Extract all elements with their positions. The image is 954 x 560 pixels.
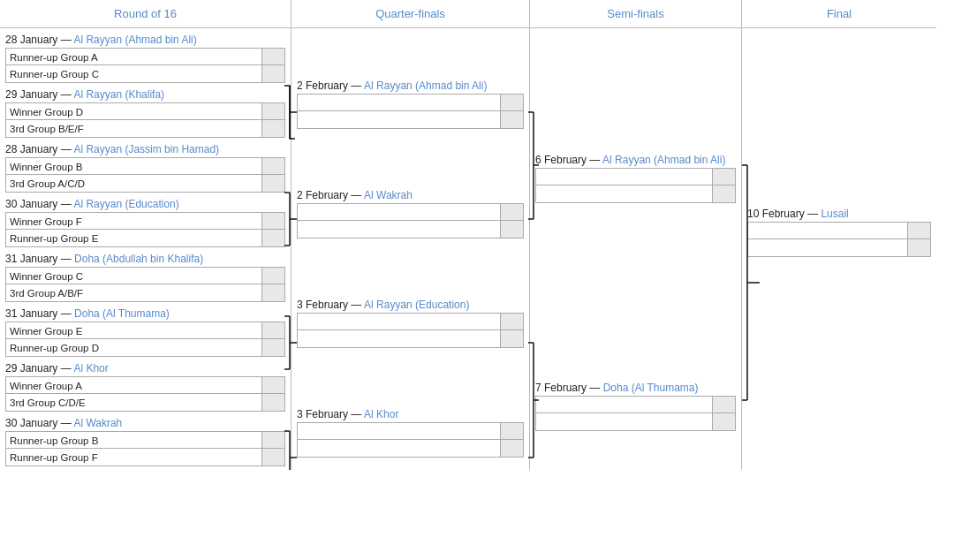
qf-match3-date: 3 February — Al Rayyan (Education) — [297, 299, 524, 311]
r16-m4-t2-score — [261, 230, 284, 246]
qf-m1-t1 — [297, 94, 524, 111]
sf-m1-t1-score — [712, 169, 735, 185]
r16-match3: Winner Group B 3rd Group A/C/D — [5, 157, 285, 193]
r16-m5-t2: 3rd Group A/B/F — [5, 284, 285, 302]
r16-match5: Winner Group C 3rd Group A/B/F — [5, 267, 285, 302]
qf-m3-t2 — [297, 330, 524, 348]
sf-body: 6 February — Al Rayyan (Ahmad bin Ali) 7… — [530, 28, 741, 470]
qf-m2-t1-score — [500, 204, 523, 220]
qf-match1 — [297, 94, 524, 129]
r16-m4-t1-score — [261, 213, 284, 229]
r16-m7-t2: 3rd Group C/D/E — [5, 394, 285, 412]
qf-m2-t2 — [297, 221, 524, 238]
sf-header: Semi-finals — [530, 0, 741, 28]
qf-m1-t2 — [297, 111, 524, 129]
qf-match3-venue[interactable]: Al Rayyan (Education) — [364, 299, 469, 311]
r16-m3-t2: 3rd Group A/C/D — [5, 175, 285, 193]
qf-m3-t1-score — [500, 314, 523, 329]
fn-m-t2-score — [907, 239, 930, 256]
final: Final 10 February — Lusail — [742, 0, 936, 470]
sf-match2-date: 7 February — Doha (Al Thumama) — [535, 382, 736, 394]
qf-spacer4 — [297, 348, 524, 403]
fn-header: Final — [742, 0, 936, 28]
r16-match4-venue[interactable]: Al Rayyan (Education) — [73, 198, 178, 210]
qf-match2-venue[interactable]: Al Wakrah — [364, 189, 413, 201]
r16-match7-date: 29 January — Al Khor — [5, 362, 285, 375]
r16-m2-t2-score — [261, 120, 284, 137]
r16-match2-date: 29 January — Al Rayyan (Khalifa) — [5, 88, 285, 101]
r16-m8-t1: Runner-up Group B — [5, 431, 285, 449]
qf-match4 — [297, 422, 524, 458]
r16-m1-t2: Runner-up Group C — [5, 65, 285, 83]
r16-m7-t1: Winner Group A — [5, 376, 285, 394]
qf-match3 — [297, 313, 524, 348]
sf-m2-t1 — [535, 396, 736, 413]
r16-m5-t2-score — [261, 284, 284, 301]
r16-match6-venue[interactable]: Doha (Al Thumama) — [74, 307, 170, 320]
fn-match-date: 10 February — Lusail — [747, 208, 931, 220]
qf-m4-t2 — [297, 440, 524, 458]
r16-match5-date: 31 January — Doha (Abdullah bin Khalifa) — [5, 253, 285, 265]
r16-match7-venue[interactable]: Al Khor — [73, 362, 108, 375]
r16-m8-t2: Runner-up Group F — [5, 449, 285, 466]
qf-match4-venue[interactable]: Al Khor — [364, 408, 398, 420]
qf-spacer3 — [297, 238, 524, 293]
r16-m5-t1: Winner Group C — [5, 267, 285, 284]
r16-match3-date: 28 January — Al Rayyan (Jassim bin Hamad… — [5, 143, 285, 155]
r16-m1-t1: Runner-up Group A — [5, 48, 285, 65]
sf-m2-t2 — [535, 413, 736, 431]
r16-m3-t2-score — [261, 175, 284, 192]
r16-match8-venue[interactable]: Al Wakrah — [73, 417, 122, 429]
r16-m4-t2: Runner-up Group E — [5, 230, 285, 247]
qf-spacer1 — [297, 28, 524, 74]
r16-m6-t2-score — [261, 339, 284, 356]
qf-spacer2 — [297, 129, 524, 184]
r16-match6: Winner Group E Runner-up Group D — [5, 322, 285, 357]
fn-match-venue[interactable]: Lusail — [821, 208, 848, 220]
r16-m7-t1-score — [261, 377, 284, 393]
qf-m4-t2-score — [500, 440, 523, 457]
sf-m2-t1-score — [712, 397, 735, 412]
qf-match1-venue[interactable]: Al Rayyan (Ahmad bin Ali) — [364, 79, 487, 92]
r16-match1: Runner-up Group A Runner-up Group C — [5, 48, 285, 83]
qf-match2 — [297, 203, 524, 238]
r16-m2-t2: 3rd Group B/E/F — [5, 120, 285, 138]
r16-match6-date: 31 January — Doha (Al Thumama) — [5, 307, 285, 320]
r16-match7: Winner Group A 3rd Group C/D/E — [5, 376, 285, 412]
r16-m3-t1-score — [261, 158, 284, 174]
qf-body: 2 February — Al Rayyan (Ahmad bin Ali) 2… — [292, 28, 529, 470]
fn-match — [747, 222, 931, 257]
r16-m5-t1-score — [261, 268, 284, 284]
sf-m1-t2 — [535, 185, 736, 203]
qf-m4-t1 — [297, 422, 524, 440]
semi-finals: Semi-finals 6 February — Al Rayyan (Ahma… — [530, 0, 742, 470]
r16-match8: Runner-up Group B Runner-up Group F — [5, 431, 285, 466]
r16-match1-date: 28 January — Al Rayyan (Ahmad bin Ali) — [5, 34, 285, 46]
sf-m2-t2-score — [712, 413, 735, 430]
qf-m4-t1-score — [500, 423, 523, 439]
qf-m1-t2-score — [500, 111, 523, 128]
qf-m3-t2-score — [500, 330, 523, 347]
sf-match1 — [535, 168, 736, 203]
fn-spacer1 — [747, 28, 931, 202]
sf-match2-venue[interactable]: Doha (Al Thumama) — [603, 382, 699, 394]
r16-match5-venue[interactable]: Doha (Abdullah bin Khalifa) — [74, 253, 203, 265]
r16-m2-t1: Winner Group D — [5, 102, 285, 120]
r16-m1-t1-score — [261, 49, 284, 64]
round-of-16: Round of 16 28 January — Al Rayyan (Ahma… — [0, 0, 292, 470]
r16-match3-venue[interactable]: Al Rayyan (Jassim bin Hamad) — [73, 143, 219, 155]
sf-spacer1 — [535, 28, 736, 148]
r16-match2: Winner Group D 3rd Group B/E/F — [5, 102, 285, 138]
r16-header: Round of 16 — [0, 0, 291, 28]
r16-m8-t2-score — [261, 449, 284, 465]
sf-spacer3 — [535, 431, 736, 466]
qf-m2-t1 — [297, 203, 524, 221]
r16-match4-date: 30 January — Al Rayyan (Education) — [5, 198, 285, 210]
r16-match1-venue[interactable]: Al Rayyan (Ahmad bin Ali) — [73, 34, 196, 46]
r16-m7-t2-score — [261, 394, 284, 411]
fn-body: 10 February — Lusail — [742, 28, 936, 470]
sf-match1-venue[interactable]: Al Rayyan (Ahmad bin Ali) — [602, 154, 725, 166]
r16-match2-venue[interactable]: Al Rayyan (Khalifa) — [73, 88, 164, 101]
fn-spacer2 — [747, 257, 931, 466]
r16-m3-t1: Winner Group B — [5, 157, 285, 175]
